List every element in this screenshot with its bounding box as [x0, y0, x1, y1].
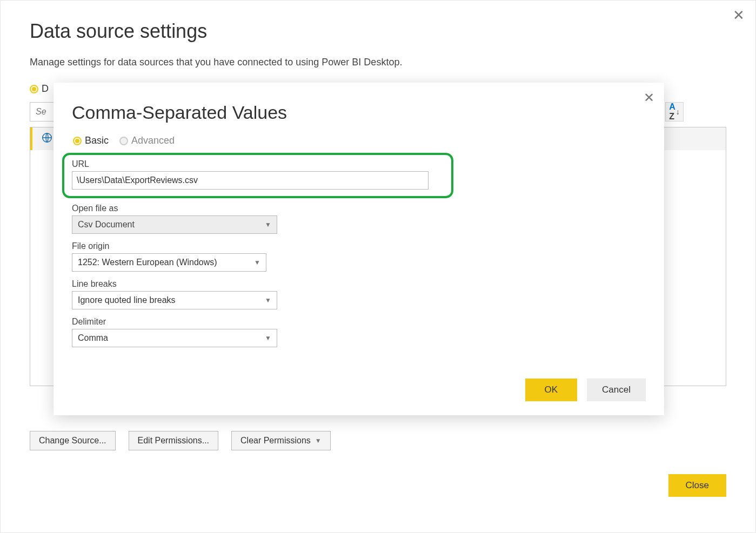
csv-settings-dialog: ✕ Comma-Separated Values Basic Advanced …: [53, 83, 664, 415]
file-origin-select[interactable]: 1252: Western European (Windows) ▼: [72, 253, 266, 272]
delimiter-select[interactable]: Comma ▼: [72, 329, 277, 347]
edit-permissions-button[interactable]: Edit Permissions...: [129, 431, 218, 450]
url-highlight-box: URL: [62, 153, 453, 198]
field-label: Line breaks: [72, 279, 646, 289]
modal-footer: OK Cancel: [72, 379, 646, 401]
field-label: URL: [72, 159, 444, 169]
button-label: Change Source...: [39, 436, 106, 446]
field-file-origin: File origin 1252: Western European (Wind…: [72, 241, 646, 272]
radio-icon: [73, 137, 82, 145]
line-breaks-select[interactable]: Ignore quoted line breaks ▼: [72, 291, 277, 309]
mode-radio-basic[interactable]: Basic: [73, 135, 109, 146]
field-label: Open file as: [72, 204, 646, 213]
field-label: File origin: [72, 241, 646, 251]
globe-icon: [41, 132, 53, 146]
scope-radio-label: D: [42, 83, 49, 95]
field-label: Delimiter: [72, 317, 646, 327]
radio-icon: [30, 85, 38, 93]
scope-radio-current[interactable]: D: [30, 83, 49, 95]
open-file-as-select[interactable]: Csv Document ▼: [72, 215, 277, 234]
field-line-breaks: Line breaks Ignore quoted line breaks ▼: [72, 279, 646, 309]
chevron-down-icon: ▼: [265, 334, 271, 342]
data-source-settings-dialog: ✕ Data source settings Manage settings f…: [0, 0, 756, 533]
sort-az-icon: AZ: [669, 102, 675, 122]
bottom-button-bar: Change Source... Edit Permissions... Cle…: [30, 431, 331, 450]
button-label: Edit Permissions...: [138, 436, 209, 446]
url-field[interactable]: [72, 171, 429, 190]
button-label: Close: [686, 480, 709, 490]
chevron-down-icon: ▼: [265, 221, 271, 228]
page-title: Data source settings: [30, 20, 726, 43]
button-label: Cancel: [602, 384, 631, 395]
mode-radio-group: Basic Advanced: [73, 135, 646, 146]
close-button[interactable]: Close: [668, 474, 726, 497]
close-icon[interactable]: ✕: [644, 90, 654, 105]
modal-title: Comma-Separated Values: [72, 102, 646, 123]
ok-button[interactable]: OK: [525, 379, 578, 401]
select-value: Ignore quoted line breaks: [78, 295, 176, 305]
select-value: Comma: [78, 333, 108, 343]
page-subtitle: Manage settings for data sources that yo…: [30, 57, 726, 68]
field-open-file-as: Open file as Csv Document ▼: [72, 204, 646, 234]
button-label: OK: [545, 384, 558, 395]
radio-icon: [119, 137, 128, 145]
clear-permissions-button[interactable]: Clear Permissions ▼: [231, 431, 331, 450]
down-arrow-icon: ↓: [676, 107, 680, 116]
sort-button[interactable]: AZ↓: [665, 102, 684, 122]
chevron-down-icon: ▼: [265, 296, 271, 304]
close-icon[interactable]: ✕: [733, 8, 745, 22]
select-value: Csv Document: [78, 220, 135, 230]
radio-label: Advanced: [131, 135, 175, 146]
radio-label: Basic: [85, 135, 109, 146]
change-source-button[interactable]: Change Source...: [30, 431, 116, 450]
footer: Close: [668, 474, 726, 497]
field-delimiter: Delimiter Comma ▼: [72, 317, 646, 347]
chevron-down-icon: ▼: [315, 437, 322, 444]
cancel-button[interactable]: Cancel: [587, 379, 646, 401]
select-value: 1252: Western European (Windows): [78, 258, 217, 267]
button-label: Clear Permissions: [240, 436, 311, 446]
mode-radio-advanced[interactable]: Advanced: [119, 135, 175, 146]
chevron-down-icon: ▼: [254, 259, 260, 266]
